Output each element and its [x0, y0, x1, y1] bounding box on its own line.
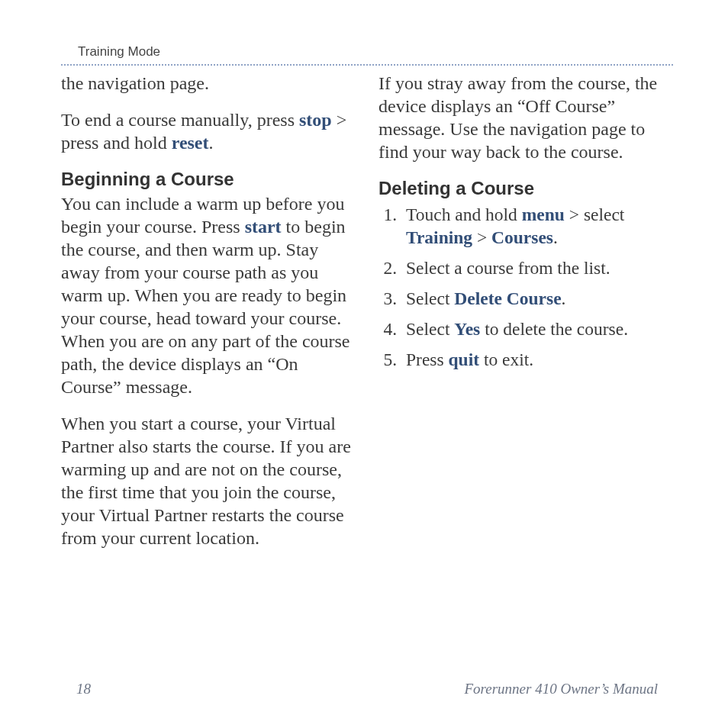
right-column: If you stray away from the course, the d…	[378, 72, 673, 563]
page-footer: 18 Forerunner 410 Owner’s Manual	[76, 681, 658, 697]
doc-title: Forerunner 410 Owner’s Manual	[464, 681, 658, 697]
training-keyword: Training	[406, 227, 472, 247]
step-2: Select a course from the list.	[401, 256, 673, 279]
beginning-course-paragraph-2: When you start a course, your Virtual Pa…	[61, 412, 356, 549]
off-course-paragraph: If you stray away from the course, the d…	[378, 72, 673, 163]
left-column: the navigation page. To end a course man…	[61, 72, 356, 563]
end-course-paragraph: To end a course manually, press stop > p…	[61, 108, 356, 154]
delete-course-keyword: Delete Course	[454, 288, 561, 308]
menu-keyword: menu	[522, 205, 565, 224]
header-rule	[61, 64, 673, 66]
deleting-course-heading: Deleting a Course	[378, 177, 673, 200]
start-keyword: start	[245, 217, 282, 237]
quit-keyword: quit	[449, 350, 480, 369]
deleting-course-steps: Touch and hold menu > select Training > …	[378, 203, 673, 371]
step-4: Select Yes to delete the course.	[401, 317, 673, 340]
step-1: Touch and hold menu > select Training > …	[401, 203, 673, 249]
manual-page: Training Mode the navigation page. To en…	[0, 0, 728, 728]
beginning-course-paragraph-1: You can include a warm up before you beg…	[61, 192, 356, 398]
step-3: Select Delete Course.	[401, 287, 673, 310]
running-header: Training Mode	[78, 44, 673, 60]
continuation-paragraph: the navigation page.	[61, 72, 356, 95]
page-number: 18	[76, 681, 91, 697]
reset-keyword: reset	[172, 133, 209, 153]
yes-keyword: Yes	[454, 319, 480, 339]
step-5: Press quit to exit.	[401, 348, 673, 371]
stop-keyword: stop	[299, 110, 332, 130]
courses-keyword: Courses	[491, 227, 553, 247]
two-column-layout: the navigation page. To end a course man…	[61, 72, 673, 563]
beginning-course-heading: Beginning a Course	[61, 168, 356, 191]
